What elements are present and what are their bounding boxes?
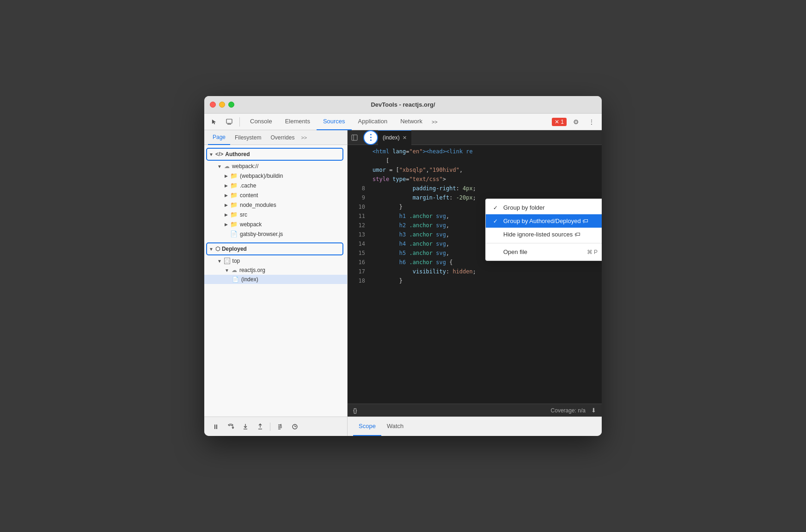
code-content: margin-left: -20px; bbox=[372, 193, 476, 202]
code-content: h3 .anchor svg, bbox=[372, 230, 449, 239]
code-tab-index[interactable]: (index) ✕ bbox=[378, 130, 411, 145]
settings-icon[interactable]: ⚙ bbox=[569, 115, 582, 128]
folder-icon: 📁 bbox=[230, 182, 238, 189]
folder-chevron: ▶ bbox=[225, 203, 228, 207]
main-nav-tabs: Console Elements Sources Application Net… bbox=[244, 114, 550, 130]
close-button[interactable] bbox=[210, 102, 216, 108]
authored-chevron: ▼ bbox=[209, 152, 214, 157]
menu-item-hide-ignore[interactable]: Hide ignore-listed sources 🏷 bbox=[486, 228, 602, 241]
menu-item-open-file[interactable]: Open file ⌘ P bbox=[486, 245, 602, 259]
step-button[interactable] bbox=[274, 421, 286, 433]
code-content: style type="text/css"> bbox=[372, 175, 446, 184]
kebab-menu-button[interactable] bbox=[363, 130, 378, 145]
inspect-icon[interactable] bbox=[223, 115, 236, 128]
code-line-1: <html lang="en"><head><link re bbox=[348, 147, 602, 156]
code-content: [ bbox=[372, 156, 389, 165]
code-content: h2 .anchor svg, bbox=[372, 221, 449, 230]
code-content: h6 .anchor svg { bbox=[372, 258, 452, 267]
sidebar-toggle-btn[interactable] bbox=[348, 130, 361, 145]
reactjs-item[interactable]: ▼ ☁ reactjs.org bbox=[204, 266, 347, 275]
sidebar-tab-overrides[interactable]: Overrides bbox=[266, 130, 299, 145]
top-item[interactable]: ▼ □ top bbox=[204, 256, 347, 266]
folder-label: node_modules bbox=[240, 202, 276, 208]
folder-icon: 📁 bbox=[230, 211, 238, 218]
deployed-chevron: ▼ bbox=[209, 247, 214, 252]
menu-shortcut: ⌘ P bbox=[587, 249, 598, 255]
toolbar-right: ✕ 1 ⚙ ⋮ bbox=[552, 115, 598, 128]
step-out-button[interactable] bbox=[254, 421, 266, 433]
folder-chevron: ▶ bbox=[225, 174, 228, 178]
file-gatsby-browser[interactable]: 📄 gatsby-browser.js bbox=[204, 229, 347, 239]
webpack-item[interactable]: ▼ ☁ webpack:// bbox=[204, 162, 347, 171]
step-into-button[interactable] bbox=[239, 421, 251, 433]
tab-sources[interactable]: Sources bbox=[317, 114, 352, 130]
tab-console[interactable]: Console bbox=[244, 114, 279, 130]
more-tabs-button[interactable]: >> bbox=[429, 117, 440, 127]
step-next-button[interactable] bbox=[289, 421, 301, 433]
menu-item-group-by-folder[interactable]: ✓ Group by folder bbox=[486, 201, 602, 214]
folder-src[interactable]: ▶ 📁 src bbox=[204, 210, 347, 219]
pointer-tool-icon[interactable] bbox=[208, 115, 221, 128]
code-content: umor = ["xbsqlp","190hivd", bbox=[372, 165, 463, 175]
tab-application[interactable]: Application bbox=[352, 114, 394, 130]
minimize-button[interactable] bbox=[219, 102, 225, 108]
format-button[interactable]: {} bbox=[353, 407, 357, 414]
folder-content[interactable]: ▶ 📁 content bbox=[204, 190, 347, 200]
webpack-label: webpack:// bbox=[232, 163, 258, 169]
folder-icon: 📁 bbox=[230, 201, 238, 208]
menu-item-group-by-authored[interactable]: ✓ Group by Authored/Deployed 🏷 bbox=[486, 214, 602, 228]
sidebar-tab-filesystem[interactable]: Filesystem bbox=[230, 130, 266, 145]
line-number: 11 bbox=[351, 212, 365, 221]
tab-close-button[interactable]: ✕ bbox=[403, 135, 407, 141]
title-bar: DevTools - reactjs.org/ bbox=[204, 96, 602, 114]
code-bottom-bar: {} Coverage: n/a ⬇ bbox=[348, 404, 602, 417]
step-over-button[interactable] bbox=[225, 421, 237, 433]
scope-tab[interactable]: Scope bbox=[353, 417, 381, 436]
folder-chevron: ▶ bbox=[225, 212, 228, 217]
more-options-icon[interactable]: ⋮ bbox=[585, 115, 598, 128]
file-icon: 📄 bbox=[230, 230, 238, 237]
folder-cache[interactable]: ▶ 📁 .cache bbox=[204, 181, 347, 190]
checkmark-icon-active: ✓ bbox=[493, 218, 500, 224]
deployed-section-header[interactable]: ▼ ⬡ Deployed bbox=[206, 242, 343, 255]
watch-tab[interactable]: Watch bbox=[381, 417, 409, 436]
sidebar-tab-page[interactable]: Page bbox=[208, 130, 230, 145]
code-editor: (index) ✕ <html lang="en"><head><link re… bbox=[348, 130, 602, 417]
authored-icon: </> bbox=[215, 151, 223, 157]
error-badge[interactable]: ✕ 1 bbox=[552, 118, 567, 126]
sidebar: Page Filesystem Overrides >> ▼ </> Autho… bbox=[204, 130, 348, 417]
coverage-download-icon[interactable]: ⬇ bbox=[591, 407, 596, 414]
line-number: 10 bbox=[351, 202, 365, 212]
line-number: 12 bbox=[351, 221, 365, 230]
folder-webpack-buildin[interactable]: ▶ 📁 (webpack)/buildin bbox=[204, 171, 347, 181]
code-content: visibility: hidden; bbox=[372, 267, 476, 276]
cloud-icon-2: ☁ bbox=[232, 267, 237, 273]
folder-webpack[interactable]: ▶ 📁 webpack bbox=[204, 219, 347, 229]
index-label: (index) bbox=[241, 276, 258, 283]
code-tabs: (index) ✕ bbox=[348, 130, 602, 145]
code-line-18: 18 } bbox=[348, 276, 602, 285]
main-toolbar: Console Elements Sources Application Net… bbox=[204, 114, 602, 130]
code-content: h1 .anchor svg, bbox=[372, 212, 449, 221]
maximize-button[interactable] bbox=[228, 102, 234, 108]
svg-rect-0 bbox=[226, 119, 232, 123]
tab-network[interactable]: Network bbox=[394, 114, 429, 130]
coverage-label: Coverage: n/a bbox=[551, 407, 586, 414]
sidebar-more-tabs[interactable]: >> bbox=[299, 133, 309, 142]
line-number: 16 bbox=[351, 258, 365, 267]
content-area: Page Filesystem Overrides >> ▼ </> Autho… bbox=[204, 130, 602, 417]
svg-rect-1 bbox=[227, 124, 231, 125]
authored-section-header[interactable]: ▼ </> Authored bbox=[206, 148, 343, 161]
folder-label: .cache bbox=[240, 182, 256, 189]
folder-label: webpack bbox=[240, 221, 262, 228]
line-number: 8 bbox=[351, 184, 365, 193]
traffic-lights bbox=[210, 102, 234, 108]
top-chevron: ▼ bbox=[217, 259, 222, 264]
folder-node-modules[interactable]: ▶ 📁 node_modules bbox=[204, 200, 347, 210]
deployed-label: Deployed bbox=[222, 246, 247, 252]
pause-button[interactable]: ⏸ bbox=[210, 421, 222, 433]
tab-elements[interactable]: Elements bbox=[279, 114, 317, 130]
code-content: } bbox=[372, 276, 403, 285]
index-item[interactable]: 📄 (index) bbox=[204, 275, 347, 284]
code-line-5: style type="text/css"> bbox=[348, 175, 602, 184]
